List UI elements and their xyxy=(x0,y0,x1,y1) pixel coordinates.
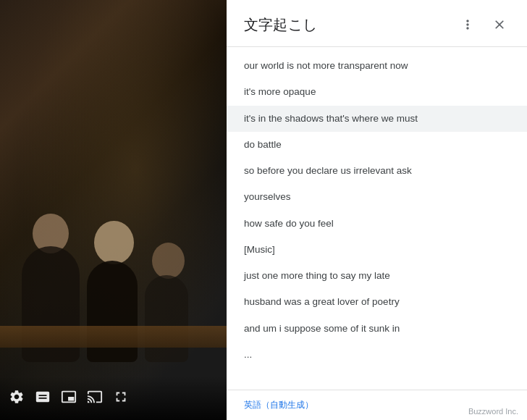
transcript-line[interactable]: so before you declare us irrelevant ask xyxy=(227,158,527,184)
settings-icon[interactable] xyxy=(9,389,25,408)
subtitles-icon[interactable] xyxy=(35,389,51,408)
fullscreen-icon[interactable] xyxy=(113,389,129,408)
transcript-line[interactable]: yourselves xyxy=(227,184,527,210)
watermark: Buzzword Inc. xyxy=(468,407,518,416)
transcript-line[interactable]: how safe do you feel xyxy=(227,211,527,237)
transcript-line[interactable]: and um i suppose some of it sunk in xyxy=(227,316,527,342)
transcript-lines-container: our world is not more transparent nowit'… xyxy=(227,47,527,390)
transcript-line[interactable]: do battle xyxy=(227,132,527,158)
transcript-line[interactable]: it's in the shadows that's where we must xyxy=(227,106,527,132)
miniplayer-icon[interactable] xyxy=(61,389,77,408)
video-player[interactable] xyxy=(0,0,227,420)
header-actions xyxy=(455,12,513,38)
more-options-button[interactable] xyxy=(455,12,481,38)
transcript-title: 文字起こし xyxy=(244,15,317,35)
video-controls xyxy=(0,377,227,420)
transcript-line[interactable]: just one more thing to say my late xyxy=(227,263,527,289)
language-badge[interactable]: 英語（自動生成） xyxy=(244,400,313,410)
cast-icon[interactable] xyxy=(87,389,103,408)
transcript-line[interactable]: husband was a great lover of poetry xyxy=(227,289,527,315)
transcript-header: 文字起こし xyxy=(227,0,527,47)
transcript-line[interactable]: our world is not more transparent now xyxy=(227,53,527,79)
close-button[interactable] xyxy=(486,12,513,38)
transcript-panel: 文字起こし our world is not more transparent … xyxy=(227,0,527,420)
transcript-line[interactable]: [Music] xyxy=(227,237,527,263)
transcript-line[interactable]: ... xyxy=(227,342,527,368)
transcript-line[interactable]: it's more opaque xyxy=(227,79,527,105)
